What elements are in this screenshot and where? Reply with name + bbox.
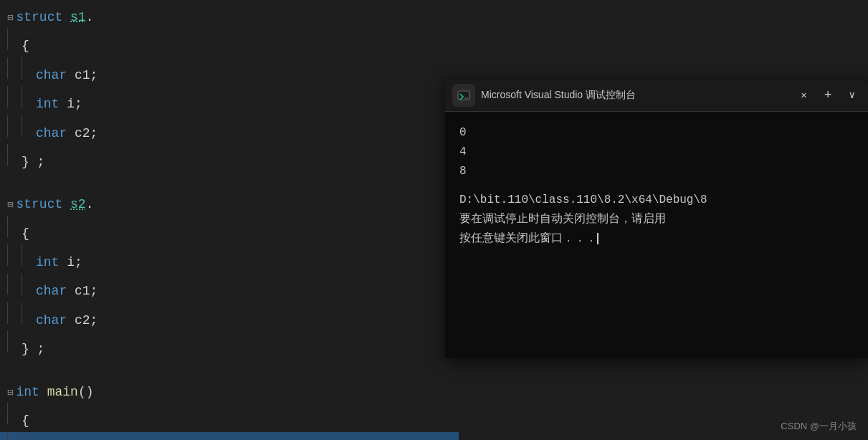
collapse-s1[interactable]: ⊟: [7, 10, 13, 27]
line-brace-open-1: {: [0, 29, 459, 57]
console-output-4: 4: [459, 143, 854, 162]
console-path: D:\bit.110\class.110\8.2\x64\Debug\8: [459, 191, 854, 210]
line-main: ⊟int main(): [0, 382, 459, 403]
console-info: 要在调试停止时自动关闭控制台，请启用: [459, 210, 854, 229]
watermark: CSDN @一月小孩: [781, 420, 857, 433]
line-blank-1: [0, 173, 459, 195]
console-chevron-button[interactable]: ∨: [844, 86, 861, 104]
console-title: Microsoft Visual Studio 调试控制台: [481, 89, 789, 102]
line-brace-close-2: } ;: [0, 331, 459, 360]
collapse-s2[interactable]: ⊟: [7, 197, 13, 214]
console-output-0: 0: [459, 123, 854, 143]
line-char-c2: char c2;: [0, 115, 459, 144]
console-add-button[interactable]: +: [819, 85, 838, 105]
line-brace-open-2: {: [0, 216, 459, 244]
line-char-c1-s2: char c1;: [0, 274, 459, 302]
console-cursor: [597, 233, 598, 244]
line-char-c2-s2: char c2;: [0, 302, 459, 331]
line-blank-2: [0, 360, 459, 382]
line-int-i-s2: int i;: [0, 244, 459, 273]
collapse-main[interactable]: ⊟: [7, 385, 13, 401]
console-close-button[interactable]: ✕: [795, 86, 812, 104]
line-brace-close-1: } ;: [0, 144, 459, 173]
console-app-icon: [452, 84, 475, 107]
line-brace-open-main: {: [0, 403, 459, 431]
console-titlebar: Microsoft Visual Studio 调试控制台 ✕ + ∨: [445, 79, 868, 112]
console-body: 0 4 8 D:\bit.110\class.110\8.2\x64\Debug…: [445, 112, 868, 358]
line-struct-s2: ⊟struct s2.: [0, 194, 459, 216]
console-prompt: 按任意键关闭此窗口．．．: [459, 229, 854, 249]
console-panel: Microsoft Visual Studio 调试控制台 ✕ + ∨ 0 4 …: [445, 79, 868, 358]
line-int-i: int i;: [0, 86, 459, 115]
line-printf1[interactable]: printf("%d\n", offsetof(s1, c1));//可以计算偏: [0, 432, 459, 440]
line-struct-s1: ⊟struct s1.: [0, 7, 459, 29]
line-char-c1: char c1;: [0, 57, 459, 86]
code-editor: ⊟struct s1. { char c1; int i; char c2; }…: [0, 0, 459, 440]
console-output-8: 8: [459, 162, 854, 181]
